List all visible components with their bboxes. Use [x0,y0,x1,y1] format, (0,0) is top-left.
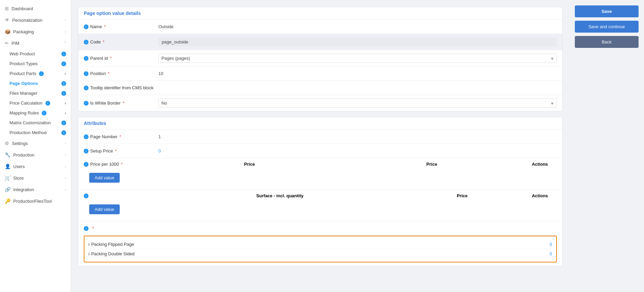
actions-col-header: Actions [523,162,557,167]
info-icon-page-options: i [61,81,66,86]
tooltip-input[interactable] [158,85,557,90]
sidebar-item-files-manager[interactable]: Files Manager i [9,88,71,98]
surface-col-header: Surface - incl. quantity [158,193,402,198]
chevron-right-icon: › [65,18,66,22]
dashboard-icon: ⊞ [5,6,9,11]
info-icon-price-per-1000[interactable]: i [84,162,89,167]
sidebar-item-product-types[interactable]: Product Types i [9,59,71,69]
info-icon-packing-double[interactable]: i [89,251,90,256]
info-icon-files-manager: i [61,91,66,96]
sidebar-label-pim: PIM [12,41,19,46]
page-number-value [158,134,557,139]
sidebar-item-personalization[interactable]: 👁 Personalization › [0,14,71,26]
info-icon-setup-price[interactable]: i [84,149,89,153]
position-input[interactable] [158,71,557,76]
info-icon-squaremeteer-setup[interactable]: i [84,226,89,231]
parent-id-row: i Parent id * Pages (pages) [78,50,562,67]
sidebar-item-packaging[interactable]: 📦 Packaging › [0,26,71,37]
white-border-select[interactable]: No Yes [158,98,557,108]
info-icon-mapping-rules: i [42,111,46,115]
page-number-label: i Page Number * [84,134,158,139]
sidebar-item-dashboard[interactable]: ⊞ Dashboard [0,3,71,14]
info-icon-matrix-customization: i [61,121,66,125]
price-col2-header: Price [341,162,523,167]
info-icon-tooltip[interactable]: i [84,86,89,90]
main-content: Page option value details i Name * i Cod… [71,0,569,292]
production-icon: 🔧 [5,152,11,158]
white-border-row: i Is White Border * No Yes [78,95,562,111]
sidebar-item-production-method[interactable]: Production Method i [9,128,71,138]
sidebar-label-production-files-tool: ProductionFilesTool [13,199,52,204]
packing-highlight-box: i Packing Flipped Page 0 i Packing Doubl… [84,236,557,262]
tooltip-label: i Tooltip identifier from CMS block [84,85,158,90]
sidebar-item-pim[interactable]: ✏ PIM ˅ [0,37,71,49]
sidebar-label-users: Users [13,164,25,169]
info-icon-parent-id[interactable]: i [84,56,89,61]
pim-icon: ✏ [5,40,9,46]
sidebar-item-integration[interactable]: 🔗 Integration › [0,184,71,195]
info-icon-page-number[interactable]: i [84,134,89,139]
sidebar-item-settings[interactable]: ⚙ Settings › [0,138,71,149]
add-value-button-1[interactable]: Add value [89,173,120,183]
files-manager-label: Files Manager [9,91,37,96]
sidebar-item-page-options[interactable]: Page Options i [9,78,71,88]
matrix-customization-label: Matrix Customization [9,120,51,125]
production-method-label: Production Method [9,130,46,135]
price-col1-header: Price [158,162,341,167]
sidebar-item-production[interactable]: 🔧 Production › [0,149,71,161]
right-panel: Save Save and continue Back [569,0,644,292]
chevron-right-icon: › [65,101,66,106]
packing-double-value: 0 [550,251,552,256]
code-input[interactable] [158,37,557,47]
info-icon-code[interactable]: i [84,40,89,44]
squaremeteer-setup-row: i * [78,221,562,236]
sidebar-item-matrix-customization[interactable]: Matrix Customization i [9,118,71,128]
squaremeteer-setup-label: i * [84,226,158,231]
chevron-right-icon: › [65,110,66,115]
chevron-right-icon: › [65,164,66,168]
position-label: i Position * [84,71,158,76]
sidebar-item-production-files-tool[interactable]: 🔑 ProductionFilesTool [0,195,71,207]
sidebar-item-price-calculation[interactable]: Price Calculation i › [9,98,71,108]
sidebar-label-store: Store [13,176,24,181]
sidebar-label-integration: Integration [13,187,34,192]
info-icon-name[interactable]: i [84,24,89,29]
attributes-body: i Page Number * i Setup Price * 0 [78,130,562,262]
chevron-right-icon: › [65,153,66,157]
add-value-button-2[interactable]: Add value [89,204,120,214]
personalization-icon: 👁 [5,17,9,23]
sidebar-label-packaging: Packaging [13,29,34,34]
white-border-label: i Is White Border * [84,101,158,106]
info-icon-packing-flipped[interactable]: i [89,242,90,247]
sidebar-label-settings: Settings [12,141,28,146]
page-options-label: Page Options [9,81,38,86]
info-icon-product-parts: i [39,71,44,76]
chevron-right-icon: › [65,30,66,34]
info-icon-product-types: i [61,61,66,66]
save-button[interactable]: Save [575,5,639,17]
product-parts-label: Product Parts [9,71,36,76]
page-option-details-card: Page option value details i Name * i Cod… [78,7,563,111]
sidebar-item-web-product[interactable]: Web Product i [9,49,71,59]
page-number-row: i Page Number * [78,130,562,144]
integration-icon: 🔗 [5,187,11,192]
info-icon-squaremeteer-running[interactable]: i [84,194,89,198]
name-row: i Name * [78,20,562,34]
page-number-input[interactable] [158,134,557,139]
white-border-select-wrapper: No Yes [158,98,557,108]
info-icon-web-product: i [61,52,66,56]
sidebar-item-users[interactable]: 👤 Users › [0,161,71,172]
sidebar-item-mapping-rules[interactable]: Mapping Rules i › [9,108,71,118]
back-button[interactable]: Back [575,36,639,48]
pim-submenu: Web Product i Product Types i Product Pa… [0,49,71,138]
sidebar-item-store[interactable]: 🛒 Store › [0,172,71,184]
sidebar-item-product-parts[interactable]: Product Parts i › [9,69,71,78]
settings-icon: ⚙ [5,141,9,146]
code-label: i Code * [84,39,158,44]
product-types-label: Product Types [9,61,38,66]
info-icon-position[interactable]: i [84,71,89,76]
save-continue-button[interactable]: Save and continue [575,21,639,33]
info-icon-white-border[interactable]: i [84,101,89,106]
name-input[interactable] [158,24,557,29]
parent-id-select[interactable]: Pages (pages) [158,54,557,63]
